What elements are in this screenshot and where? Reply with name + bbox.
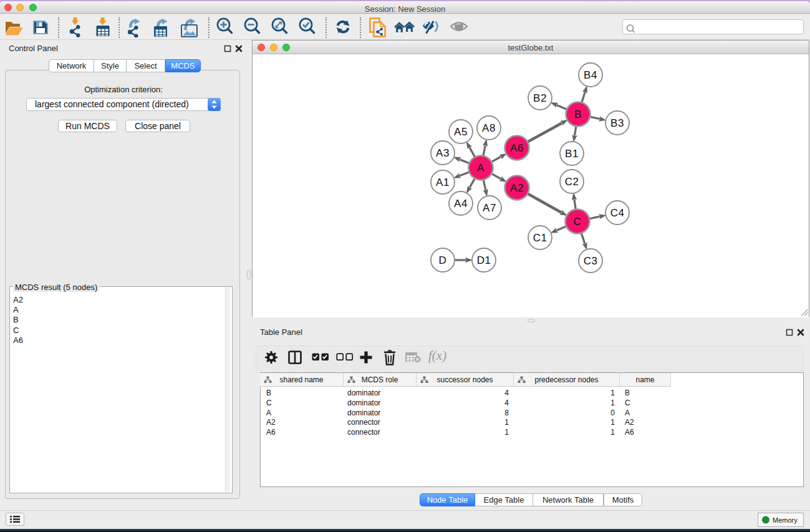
svg-text:B3: B3 bbox=[610, 117, 624, 129]
svg-text:D: D bbox=[439, 254, 447, 266]
svg-text:A2: A2 bbox=[510, 182, 524, 194]
svg-text:C1: C1 bbox=[533, 232, 547, 244]
svg-text:A6: A6 bbox=[510, 142, 524, 154]
svg-text:Memory: Memory bbox=[773, 516, 798, 524]
svg-text:B: B bbox=[574, 109, 582, 120]
svg-text:C2: C2 bbox=[565, 176, 579, 188]
svg-text:A4: A4 bbox=[454, 198, 468, 210]
svg-text:B4: B4 bbox=[584, 69, 597, 81]
svg-text:C4: C4 bbox=[610, 207, 625, 219]
svg-text:C: C bbox=[574, 216, 582, 228]
svg-text:B2: B2 bbox=[533, 92, 547, 104]
svg-text:A3: A3 bbox=[436, 147, 450, 159]
svg-text:A1: A1 bbox=[436, 177, 450, 188]
svg-text:A7: A7 bbox=[483, 202, 496, 214]
svg-text:A5: A5 bbox=[454, 126, 468, 138]
svg-text:D1: D1 bbox=[477, 254, 491, 266]
svg-text:A: A bbox=[477, 162, 485, 174]
svg-text:B1: B1 bbox=[565, 148, 579, 160]
svg-text:C3: C3 bbox=[584, 255, 598, 267]
svg-text:A8: A8 bbox=[482, 122, 496, 134]
